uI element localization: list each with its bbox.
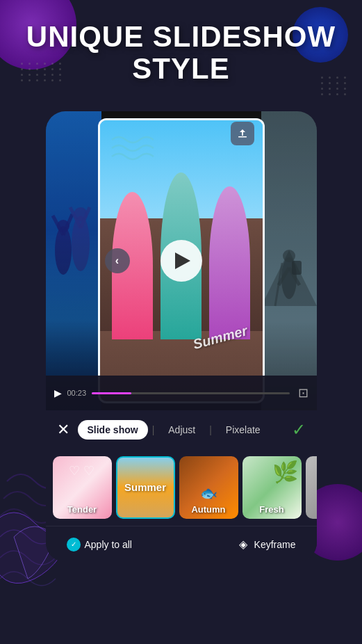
sidebar-left-image [46,111,101,410]
app-container: Summer ‹ ▶ 00:23 ⊡ ✕ [46,111,317,562]
tab-pixelate-label: Pixelate [226,424,261,435]
summer-filter-text: Summer [124,481,166,493]
title-line1: UNIQUE SLIDESHOW [26,20,336,53]
apply-to-all-label: Apply to all [85,539,132,550]
chevron-left-icon: ‹ [115,255,119,267]
filter-past[interactable]: ⏱ Past [306,456,317,519]
svg-rect-0 [46,111,101,410]
split-icon[interactable]: ⊡ [298,385,308,401]
video-preview: Summer ‹ ▶ 00:23 ⊡ [46,111,317,410]
bottom-actions: ✓ Apply to all ◈ Keyframe [46,526,317,562]
timeline-bar: ▶ 00:23 ⊡ [46,376,317,410]
nav-prev-button[interactable]: ‹ [105,248,130,273]
play-icon [175,252,190,269]
title-text: UNIQUE SLIDESHOW STYLE [0,21,362,85]
close-button[interactable]: ✕ [57,421,69,439]
share-button[interactable] [231,122,254,145]
tab-divider: | [152,424,155,435]
tab-adjust-label: Adjust [168,424,195,435]
autumn-fish-icon: 🐟 [200,485,217,501]
filter-autumn[interactable]: 🐟 Autumn [179,456,238,519]
tab-pixelate[interactable]: Pixelate [216,420,270,440]
timeline-progress [92,392,131,394]
apply-to-all-action[interactable]: ✓ Apply to all [67,538,132,552]
tab-divider2: | [209,424,212,435]
tab-adjust[interactable]: Adjust [158,420,205,440]
keyframe-label: Keyframe [254,539,296,550]
filter-tender[interactable]: ♡ ♡ Tender [53,456,112,519]
frame-waves [108,133,157,163]
filter-fresh[interactable]: 🌿 Fresh [242,456,302,519]
apply-check-icon: ✓ [67,538,81,552]
filter-tender-label: Tender [53,504,112,515]
filter-summer[interactable]: Summer [116,456,175,519]
sidebar-right-image [261,111,317,410]
sidebar-left-bg [46,111,101,410]
tab-slide-show[interactable]: Slide show [78,420,148,440]
share-icon [237,128,248,139]
keyframe-diamond-icon: ◈ [236,538,250,552]
fresh-leaf-icon: 🌿 [272,460,298,484]
bottom-toolbar: ✕ Slide show | Adjust | Pixelate ✓ [46,410,317,449]
keyframe-action[interactable]: ◈ Keyframe [236,538,296,552]
timeline-time: 00:23 [67,389,87,397]
tender-hearts-icon: ♡ ♡ [69,463,94,478]
tab-slide-show-label: Slide show [88,424,138,435]
svg-point-1 [55,226,72,275]
timeline-play-button[interactable]: ▶ [54,387,62,399]
person-3 [209,186,250,340]
svg-rect-17 [238,136,247,138]
confirm-button[interactable]: ✓ [292,420,306,440]
header-title: UNIQUE SLIDESHOW STYLE [0,21,362,85]
filter-strip: ♡ ♡ Tender Summer 🐟 Autumn 🌿 Fresh ⏱ Pas… [46,449,317,526]
filter-fresh-label: Fresh [242,504,302,515]
title-line2: STYLE [132,52,229,85]
toolbar-tabs: Slide show | Adjust | Pixelate [78,420,283,440]
play-button[interactable] [161,240,202,282]
timeline-track[interactable] [92,392,289,394]
filter-autumn-label: Autumn [179,504,238,515]
filter-past-label: Past [306,504,317,515]
